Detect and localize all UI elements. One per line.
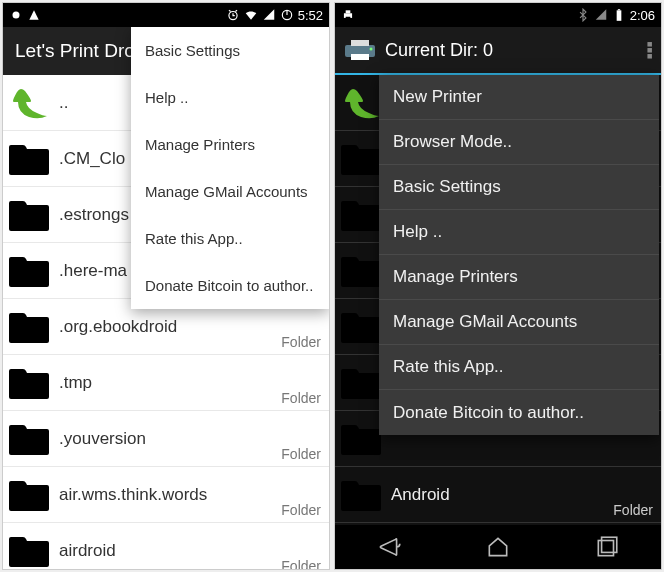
menu-item[interactable]: Donate Bitcoin to author..	[131, 262, 329, 309]
overflow-menu: New PrinterBrowser Mode..Basic SettingsH…	[379, 75, 659, 435]
print-notif-icon	[341, 8, 355, 22]
folder-icon	[339, 309, 383, 345]
folder-icon	[7, 253, 51, 289]
app-title: Let's Print Dro	[15, 40, 135, 62]
item-name: air.wms.think.words	[59, 485, 281, 505]
item-name: Android	[391, 485, 613, 505]
back-button[interactable]	[376, 534, 402, 560]
folder-icon	[7, 533, 51, 569]
svg-rect-10	[351, 54, 369, 60]
list-item[interactable]: .youversionFolder	[3, 411, 329, 467]
folder-icon	[7, 421, 51, 457]
up-arrow-icon	[7, 85, 51, 121]
item-name: .youversion	[59, 429, 281, 449]
home-button[interactable]	[485, 534, 511, 560]
folder-icon	[339, 477, 383, 513]
menu-item[interactable]: Rate this App..	[379, 345, 659, 390]
item-type: Folder	[613, 502, 653, 518]
item-type: Folder	[281, 334, 321, 350]
list-item[interactable]: airdroidFolder	[3, 523, 329, 569]
svg-point-0	[13, 12, 20, 19]
folder-icon	[339, 197, 383, 233]
list-item[interactable]: AndroidFolder	[335, 467, 661, 523]
signal-icon	[594, 8, 608, 22]
folder-icon	[7, 141, 51, 177]
menu-item[interactable]: Manage GMail Accounts	[131, 168, 329, 215]
svg-rect-7	[618, 9, 620, 10]
overflow-menu: Basic SettingsHelp ..Manage PrintersMana…	[131, 27, 329, 309]
status-bar: 5:52	[3, 3, 329, 27]
menu-item[interactable]: Browser Mode..	[379, 120, 659, 165]
app-title: Current Dir: 0	[385, 40, 493, 61]
svg-rect-9	[351, 40, 369, 46]
overflow-button[interactable]: ▪▪▪	[647, 41, 653, 59]
app-bar: Current Dir: 0 ▪▪▪	[335, 27, 661, 75]
item-type: Folder	[281, 558, 321, 569]
list-item[interactable]: .tmpFolder	[3, 355, 329, 411]
svg-rect-12	[598, 541, 613, 556]
menu-item[interactable]: Manage GMail Accounts	[379, 300, 659, 345]
phone-left: 5:52 Let's Print Dro ...CM_Clo.estrongs.…	[2, 2, 330, 570]
menu-item[interactable]: Help ..	[379, 210, 659, 255]
item-type: Folder	[281, 390, 321, 406]
menu-item[interactable]: Basic Settings	[131, 27, 329, 74]
folder-icon	[339, 365, 383, 401]
menu-item[interactable]: Donate Bitcoin to author..	[379, 390, 659, 435]
phone-right: 2:06 Current Dir: 0 ▪▪▪ AndroidFolderAnd…	[334, 2, 662, 570]
menu-item[interactable]: Rate this App..	[131, 215, 329, 262]
notif-icon	[9, 8, 23, 22]
recents-button[interactable]	[594, 534, 620, 560]
alarm-icon	[226, 8, 240, 22]
item-type: Folder	[281, 446, 321, 462]
power-icon	[280, 8, 294, 22]
clock-text: 5:52	[298, 8, 323, 23]
folder-icon	[339, 253, 383, 289]
wifi-icon	[244, 8, 258, 22]
list-item[interactable]: air.wms.think.wordsFolder	[3, 467, 329, 523]
folder-icon	[339, 421, 383, 457]
svg-point-11	[370, 48, 373, 51]
item-name: .tmp	[59, 373, 281, 393]
status-bar: 2:06	[335, 3, 661, 27]
svg-rect-4	[346, 10, 351, 13]
menu-item[interactable]: Manage Printers	[379, 255, 659, 300]
clock-text: 2:06	[630, 8, 655, 23]
folder-icon	[7, 365, 51, 401]
folder-icon	[339, 141, 383, 177]
svg-rect-13	[601, 537, 616, 552]
item-name: airdroid	[59, 541, 281, 561]
folder-icon	[7, 309, 51, 345]
up-arrow-icon	[339, 85, 383, 121]
menu-item[interactable]: Help ..	[131, 74, 329, 121]
folder-icon	[7, 477, 51, 513]
menu-item[interactable]: Basic Settings	[379, 165, 659, 210]
svg-rect-5	[346, 17, 351, 20]
item-name: .org.ebookdroid	[59, 317, 281, 337]
item-type: Folder	[281, 502, 321, 518]
battery-icon	[612, 8, 626, 22]
notif-icon	[27, 8, 41, 22]
menu-item[interactable]: New Printer	[379, 75, 659, 120]
bluetooth-icon	[576, 8, 590, 22]
signal-icon	[262, 8, 276, 22]
svg-rect-6	[616, 10, 621, 20]
printer-icon	[343, 39, 377, 61]
menu-item[interactable]: Manage Printers	[131, 121, 329, 168]
nav-bar	[335, 525, 661, 569]
folder-icon	[7, 197, 51, 233]
